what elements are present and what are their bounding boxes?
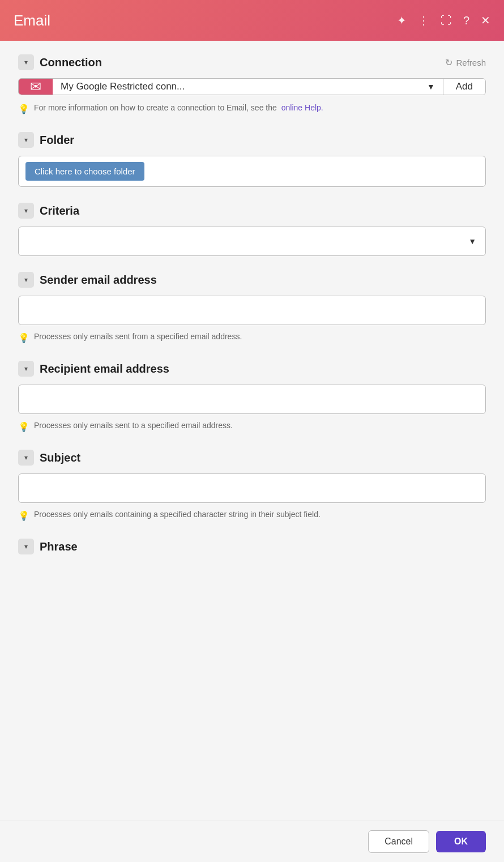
bulb-icon: 💡 [18,103,29,116]
connection-row: ✉ My Google Restricted conn... ▼ Add [18,78,486,95]
phrase-section-header-left: ▾ Phrase [18,539,78,554]
choose-folder-button[interactable]: Click here to choose folder [25,162,144,181]
connection-selected-text: My Google Restricted conn... [61,81,427,92]
connection-dropdown[interactable]: My Google Restricted conn... ▼ [53,79,443,95]
sender-email-section-header: ▾ Sender email address [18,272,486,288]
sender-email-section-title: Sender email address [40,274,157,287]
add-connection-button[interactable]: Add [443,79,485,95]
connection-section-header: ▾ Connection ↻ Refresh [18,54,486,70]
recipient-email-section-title: Recipient email address [40,362,169,375]
folder-section: ▾ Folder Click here to choose folder [18,132,486,187]
help-icon[interactable]: ? [463,14,469,27]
close-icon[interactable]: ✕ [481,14,490,27]
refresh-button[interactable]: ↻ Refresh [445,57,486,68]
folder-section-header: ▾ Folder [18,132,486,148]
sender-email-section: ▾ Sender email address 💡 Processes only … [18,272,486,345]
recipient-email-input[interactable] [18,385,486,414]
phrase-section-header: ▾ Phrase [18,539,486,554]
recipient-email-section: ▾ Recipient email address 💡 Processes on… [18,361,486,434]
subject-section-header-left: ▾ Subject [18,450,80,466]
connection-section-title: Connection [40,56,102,69]
online-help-link[interactable]: online Help. [281,102,323,114]
connection-collapse-button[interactable]: ▾ [18,54,34,70]
connection-section: ▾ Connection ↻ Refresh ✉ My Google Restr… [18,54,486,116]
main-content: ▾ Connection ↻ Refresh ✉ My Google Restr… [0,41,504,821]
more-icon[interactable]: ⋮ [418,14,429,27]
connection-section-header-left: ▾ Connection [18,54,102,70]
criteria-section: ▾ Criteria ▼ [18,203,486,256]
subject-bulb-icon: 💡 [18,509,29,523]
subject-section-header: ▾ Subject [18,450,486,466]
phrase-section: ▾ Phrase [18,539,486,554]
refresh-icon: ↻ [445,57,452,68]
sender-bulb-icon: 💡 [18,331,29,345]
subject-hint: 💡 Processes only emails containing a spe… [18,509,486,523]
sparkle-icon[interactable]: ✦ [397,14,407,27]
criteria-section-header-left: ▾ Criteria [18,203,79,219]
dialog-header: Email ✦ ⋮ ⛶ ? ✕ [0,0,504,41]
folder-section-title: Folder [40,134,74,147]
sender-email-section-header-left: ▾ Sender email address [18,272,157,288]
recipient-email-section-header: ▾ Recipient email address [18,361,486,377]
phrase-section-title: Phrase [40,540,78,553]
connection-icon-box: ✉ [19,79,53,95]
folder-input-wrapper: Click here to choose folder [18,156,486,187]
folder-section-header-left: ▾ Folder [18,132,74,148]
refresh-label: Refresh [456,58,486,67]
chevron-down-icon: ▼ [427,82,435,91]
sender-email-hint-text: Processes only emails sent from a specif… [34,331,242,343]
subject-input[interactable] [18,473,486,503]
folder-collapse-button[interactable]: ▾ [18,132,34,148]
recipient-email-hint-text: Processes only emails sent to a specifie… [34,420,233,432]
email-brand-icon: ✉ [30,79,41,95]
criteria-section-title: Criteria [40,204,79,217]
criteria-section-header: ▾ Criteria [18,203,486,219]
subject-hint-text: Processes only emails containing a speci… [34,509,321,520]
recipient-bulb-icon: 💡 [18,420,29,434]
subject-section: ▾ Subject 💡 Processes only emails contai… [18,450,486,523]
criteria-chevron-down-icon: ▼ [468,237,476,246]
criteria-collapse-button[interactable]: ▾ [18,203,34,219]
ok-button[interactable]: OK [436,831,486,852]
recipient-email-hint: 💡 Processes only emails sent to a specif… [18,420,486,434]
sender-email-hint: 💡 Processes only emails sent from a spec… [18,331,486,345]
cancel-button[interactable]: Cancel [368,830,429,853]
dialog-footer: Cancel OK [0,821,504,862]
recipient-email-collapse-button[interactable]: ▾ [18,361,34,377]
connection-help-text: 💡 For more information on how to create … [18,102,486,116]
sender-email-input[interactable] [18,296,486,325]
connection-help-prefix: For more information on how to create a … [34,102,277,114]
subject-section-title: Subject [40,451,80,464]
phrase-collapse-button[interactable]: ▾ [18,539,34,554]
dialog-title: Email [14,12,50,29]
criteria-dropdown[interactable]: ▼ [18,227,486,256]
expand-icon[interactable]: ⛶ [441,14,452,27]
recipient-email-section-header-left: ▾ Recipient email address [18,361,169,377]
header-icons: ✦ ⋮ ⛶ ? ✕ [397,14,490,27]
sender-email-collapse-button[interactable]: ▾ [18,272,34,288]
subject-collapse-button[interactable]: ▾ [18,450,34,466]
